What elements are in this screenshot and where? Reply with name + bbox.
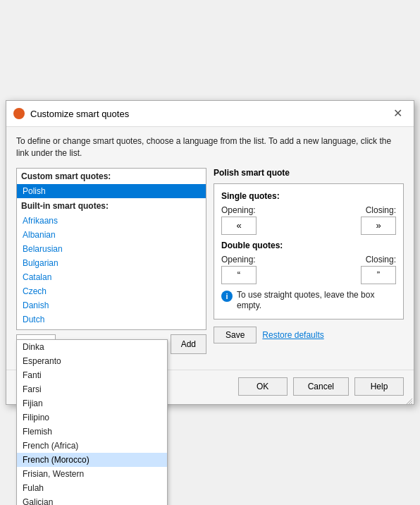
title-bar: Customize smart quotes ✕ [6, 101, 414, 127]
double-quotes-label: Double quotes: [221, 241, 396, 250]
description-text: To define or change smart quotes, choose… [16, 135, 404, 159]
dropdown-item-french-africa[interactable]: French (Africa) [17, 439, 167, 453]
dropdown-item-dinka[interactable]: Dinka [17, 340, 167, 354]
single-opening-col: Opening: [221, 205, 257, 235]
dropdown-item-filipino[interactable]: Filipino [17, 410, 167, 425]
double-closing-col: Closing: [361, 255, 396, 284]
double-opening-label: Opening: [221, 255, 257, 264]
customize-smart-quotes-dialog: Customize smart quotes ✕ To define or ch… [6, 100, 414, 405]
dropdown-item-flemish[interactable]: Flemish [17, 425, 167, 439]
add-button[interactable]: Add [171, 334, 206, 354]
list-item-belarusian[interactable]: Belarusian [17, 242, 206, 256]
save-restore-row: Save Restore defaults [214, 327, 404, 343]
double-quotes-row: Opening: Closing: [221, 255, 396, 284]
list-item-afrikaans[interactable]: Afrikaans [17, 214, 206, 228]
single-closing-input[interactable] [361, 217, 396, 235]
dialog-title: Customize smart quotes [30, 109, 129, 119]
main-content: Custom smart quotes: Polish Built-in sma… [16, 168, 404, 354]
list-item-catalan[interactable]: Catalan [17, 270, 206, 284]
list-item-bulgarian[interactable]: Bulgarian [17, 256, 206, 270]
list-item-czech[interactable]: Czech [17, 284, 206, 298]
list-item-albanian[interactable]: Albanian [17, 228, 206, 242]
info-text: To use straight quotes, leave the box em… [237, 290, 396, 312]
custom-section-header: Custom smart quotes: [17, 169, 206, 184]
info-icon: i [221, 291, 233, 302]
single-quotes-row: Opening: Closing: [221, 205, 396, 235]
resize-handle[interactable] [405, 396, 412, 403]
dropdown-item-french-morocco[interactable]: French (Morocco) [17, 453, 167, 467]
dropdown-item-esperanto[interactable]: Esperanto [17, 354, 167, 368]
dropdown-scroll[interactable]: Dinka Esperanto Fanti Farsi Fijian Filip… [17, 340, 167, 505]
double-opening-col: Opening: [221, 255, 257, 284]
single-quotes-label: Single quotes: [221, 191, 396, 201]
help-button[interactable]: Help [354, 377, 404, 396]
title-bar-left: Customize smart quotes [13, 108, 129, 119]
builtin-section-header: Built-in smart quotes: [17, 198, 206, 214]
list-item-polish[interactable]: Polish [17, 184, 206, 198]
dropdown-item-galician[interactable]: Galician [17, 495, 167, 505]
svg-line-2 [411, 403, 412, 404]
dropdown-item-fanti[interactable]: Fanti [17, 368, 167, 382]
dropdown-item-frisian-western[interactable]: Frisian, Western [17, 467, 167, 481]
single-closing-label: Closing: [366, 205, 396, 215]
single-closing-col: Closing: [361, 205, 396, 235]
dialog-body: To define or change smart quotes, choose… [6, 127, 414, 370]
language-list[interactable]: Custom smart quotes: Polish Built-in sma… [16, 168, 206, 330]
left-panel: Custom smart quotes: Polish Built-in sma… [16, 168, 206, 354]
close-button[interactable]: ✕ [389, 107, 407, 121]
single-opening-label: Opening: [221, 205, 257, 215]
info-row: i To use straight quotes, leave the box … [221, 290, 396, 312]
dropdown-list-overlay: Dinka Esperanto Fanti Farsi Fijian Filip… [16, 339, 168, 505]
app-icon [13, 108, 25, 119]
double-closing-input[interactable] [361, 266, 396, 284]
dropdown-item-farsi[interactable]: Farsi [17, 382, 167, 396]
save-button[interactable]: Save [214, 327, 257, 343]
list-item-danish[interactable]: Danish [17, 298, 206, 312]
cancel-button[interactable]: Cancel [293, 377, 349, 396]
single-opening-input[interactable] [221, 217, 257, 235]
right-panel-title: Polish smart quote [214, 168, 404, 178]
double-closing-label: Closing: [366, 255, 396, 264]
right-panel: Polish smart quote Single quotes: Openin… [214, 168, 404, 354]
dropdown-item-fijian[interactable]: Fijian [17, 396, 167, 410]
quotes-section: Single quotes: Opening: Closing: Double … [214, 183, 404, 320]
dropdown-item-fulah[interactable]: Fulah [17, 481, 167, 495]
ok-button[interactable]: OK [238, 377, 288, 396]
list-item-dutch[interactable]: Dutch [17, 312, 206, 327]
double-opening-input[interactable] [221, 266, 257, 284]
restore-defaults-button[interactable]: Restore defaults [262, 327, 323, 343]
